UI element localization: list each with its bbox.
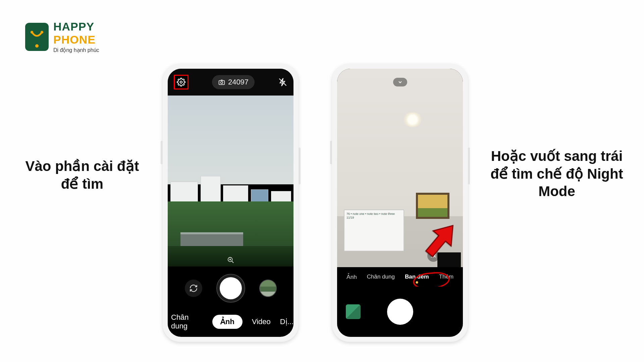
svg-point-2 bbox=[180, 81, 182, 83]
camera-icon bbox=[218, 78, 225, 86]
camera-switch-button[interactable] bbox=[185, 280, 202, 297]
phone-mock-left: 24097 bbox=[163, 64, 299, 342]
flash-off-icon[interactable] bbox=[278, 77, 287, 87]
phone-mock-right: 76 • note one • note two • note three 11… bbox=[332, 64, 468, 342]
mode2-photo[interactable]: Ảnh bbox=[346, 274, 357, 281]
mode-more-cut[interactable]: Dị... bbox=[280, 317, 293, 326]
mode-photo-active[interactable]: Ảnh bbox=[212, 315, 243, 329]
shutter-button-2[interactable] bbox=[387, 299, 413, 325]
gallery-thumbnail[interactable] bbox=[259, 280, 277, 297]
chevron-down-icon bbox=[397, 79, 403, 85]
camera-top-bar: 24097 bbox=[168, 69, 293, 96]
camera-controls-row bbox=[168, 266, 293, 310]
svg-rect-3 bbox=[219, 80, 225, 84]
svg-point-0 bbox=[31, 31, 33, 34]
camera-modes-strip-2[interactable]: Ảnh Chân dung Ban đêm Thêm bbox=[337, 267, 463, 287]
bag-smile-icon bbox=[30, 31, 44, 43]
mode2-night-active[interactable]: Ban đêm bbox=[405, 274, 429, 280]
settings-highlight bbox=[174, 75, 189, 89]
caption-right: Hoặc vuốt sang trái để tìm chế độ Night … bbox=[485, 147, 629, 200]
svg-point-1 bbox=[41, 31, 43, 34]
svg-point-4 bbox=[221, 81, 223, 83]
zoom-1x-badge[interactable]: 1X bbox=[427, 250, 439, 262]
phone-right-screen: 76 • note one • note two • note three 11… bbox=[337, 69, 463, 337]
brand-logo: HAPPY PHONE Di động hạnh phúc bbox=[25, 20, 99, 53]
camera-switch-icon bbox=[189, 284, 198, 293]
camera-modes-strip[interactable]: Chân dung Ảnh Video Dị... bbox=[168, 310, 293, 334]
phone-left-screen: 24097 bbox=[168, 69, 293, 337]
logo-line2: PHONE bbox=[53, 33, 99, 46]
svg-line-7 bbox=[231, 261, 233, 263]
logo-mark bbox=[25, 23, 49, 51]
logo-line1: HAPPY bbox=[53, 20, 99, 33]
shots-remaining-pill[interactable]: 24097 bbox=[212, 75, 255, 89]
camera-bottom-bar bbox=[337, 287, 463, 337]
shutter-button[interactable] bbox=[216, 274, 245, 303]
logo-tagline: Di động hạnh phúc bbox=[53, 47, 99, 53]
ceiling-light bbox=[402, 112, 423, 127]
logo-text: HAPPY PHONE Di động hạnh phúc bbox=[53, 20, 99, 53]
mode-video[interactable]: Video bbox=[252, 317, 271, 326]
wall-picture bbox=[416, 193, 449, 219]
mode-portrait[interactable]: Chân dung bbox=[171, 313, 203, 330]
mode2-more[interactable]: Thêm bbox=[439, 274, 453, 280]
expand-handle[interactable] bbox=[393, 78, 407, 86]
mode2-portrait[interactable]: Chân dung bbox=[367, 274, 395, 280]
whiteboard: 76 • note one • note two • note three 11… bbox=[344, 209, 404, 251]
gallery-thumbnail-2[interactable] bbox=[346, 304, 361, 319]
magnify-plus-icon[interactable] bbox=[227, 256, 234, 264]
shots-counter: 24097 bbox=[228, 78, 249, 86]
monitor-corner bbox=[437, 252, 461, 267]
gear-icon[interactable] bbox=[177, 78, 185, 86]
camera-top-handle bbox=[337, 72, 463, 92]
caption-left: Vào phần cài đặt để tìm bbox=[15, 158, 149, 193]
camera-viewfinder[interactable] bbox=[168, 96, 293, 266]
